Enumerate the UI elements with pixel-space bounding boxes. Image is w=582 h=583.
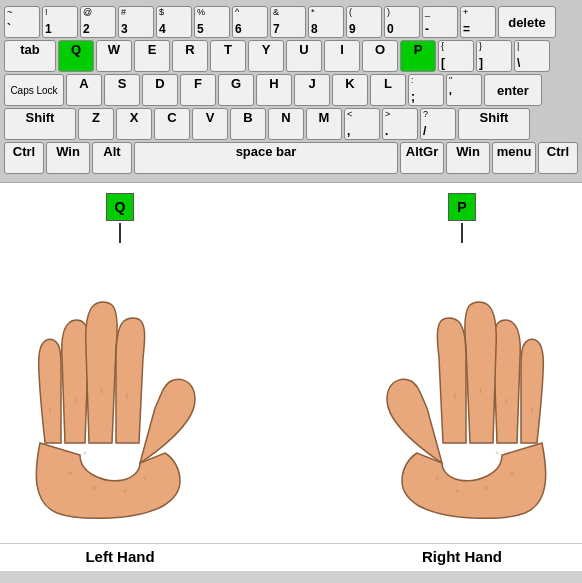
key-Win-4-5[interactable]: Win <box>446 142 490 174</box>
key-G-2-5[interactable]: G <box>218 74 254 106</box>
right-hand-svg <box>357 243 567 523</box>
keyboard-section: ~`!1@2#3$4%5^6&7*8(9)0_-+=deletetabQWERT… <box>0 0 582 183</box>
key-Q-1-1[interactable]: Q <box>58 40 94 72</box>
key-_-2-11[interactable]: "' <box>446 74 482 106</box>
key-B-3-5[interactable]: B <box>230 108 266 140</box>
key-O-1-9[interactable]: O <box>362 40 398 72</box>
key-_0-0-10[interactable]: )0 <box>384 6 420 38</box>
svg-point-13 <box>510 471 514 475</box>
key-_-1-13[interactable]: |\ <box>514 40 550 72</box>
key-space_bar-4-3[interactable]: space bar <box>134 142 398 174</box>
svg-point-4 <box>68 471 72 475</box>
svg-point-15 <box>456 490 459 493</box>
key-V-3-4[interactable]: V <box>192 108 228 140</box>
key-Ctrl-4-7[interactable]: Ctrl <box>538 142 578 174</box>
right-key-indicator: P <box>448 193 476 221</box>
key-K-2-8[interactable]: K <box>332 74 368 106</box>
key-Z-3-1[interactable]: Z <box>78 108 114 140</box>
key-enter-2-12[interactable]: enter <box>484 74 542 106</box>
key-P-1-10[interactable]: P <box>400 40 436 72</box>
left-hand-label: Left Hand <box>10 548 230 565</box>
key-_2-0-2[interactable]: @2 <box>80 6 116 38</box>
key-R-1-4[interactable]: R <box>172 40 208 72</box>
key-_-2-10[interactable]: :; <box>408 74 444 106</box>
hand-labels-row: Left Hand Right Hand <box>0 543 582 571</box>
key-I-1-8[interactable]: I <box>324 40 360 72</box>
svg-point-6 <box>124 490 127 493</box>
key-Caps_Lock-2-0[interactable]: Caps Lock <box>4 74 64 106</box>
left-key-indicator: Q <box>106 193 134 221</box>
right-key-line <box>461 223 463 243</box>
key-Ctrl-4-0[interactable]: Ctrl <box>4 142 44 174</box>
key-M-3-7[interactable]: M <box>306 108 342 140</box>
key-C-3-3[interactable]: C <box>154 108 190 140</box>
right-hand-label: Right Hand <box>352 548 572 565</box>
key-_-1-11[interactable]: {[ <box>438 40 474 72</box>
key-Alt-4-2[interactable]: Alt <box>92 142 132 174</box>
key-_-3-9[interactable]: >. <box>382 108 418 140</box>
key-W-1-2[interactable]: W <box>96 40 132 72</box>
key-__-0-11[interactable]: _- <box>422 6 458 38</box>
left-hand-container: Q <box>10 193 230 523</box>
key-Shift-3-11[interactable]: Shift <box>458 108 530 140</box>
key-X-3-2[interactable]: X <box>116 108 152 140</box>
key-_5-0-5[interactable]: %5 <box>194 6 230 38</box>
svg-point-17 <box>496 452 499 455</box>
key-_1-0-1[interactable]: !1 <box>42 6 78 38</box>
key-_-0-0[interactable]: ~` <box>4 6 40 38</box>
key-_9-0-9[interactable]: (9 <box>346 6 382 38</box>
key-menu-4-6[interactable]: menu <box>492 142 536 174</box>
key-D-2-3[interactable]: D <box>142 74 178 106</box>
svg-point-16 <box>436 477 439 480</box>
key-Win-4-1[interactable]: Win <box>46 142 90 174</box>
key-_6-0-6[interactable]: ^6 <box>232 6 268 38</box>
key-S-2-2[interactable]: S <box>104 74 140 106</box>
key-U-1-7[interactable]: U <box>286 40 322 72</box>
left-key-line <box>119 223 121 243</box>
key-_8-0-8[interactable]: *8 <box>308 6 344 38</box>
key-AltGr-4-4[interactable]: AltGr <box>400 142 444 174</box>
key-Shift-3-0[interactable]: Shift <box>4 108 76 140</box>
hands-section: Q <box>0 183 582 543</box>
right-hand-container: P <box>352 193 572 523</box>
key-H-2-6[interactable]: H <box>256 74 292 106</box>
key-_-1-12[interactable]: }] <box>476 40 512 72</box>
key-_-0-12[interactable]: += <box>460 6 496 38</box>
svg-point-14 <box>485 486 489 490</box>
key-delete-0-13[interactable]: delete <box>498 6 556 38</box>
key-J-2-7[interactable]: J <box>294 74 330 106</box>
key-L-2-9[interactable]: L <box>370 74 406 106</box>
kb-row-2: Caps LockASDFGHJKL:;"'enter <box>4 74 578 106</box>
key-T-1-5[interactable]: T <box>210 40 246 72</box>
key-_3-0-3[interactable]: #3 <box>118 6 154 38</box>
key-tab-1-0[interactable]: tab <box>4 40 56 72</box>
key-E-1-3[interactable]: E <box>134 40 170 72</box>
kb-row-0: ~`!1@2#3$4%5^6&7*8(9)0_-+=delete <box>4 6 578 38</box>
key-_-3-10[interactable]: ?/ <box>420 108 456 140</box>
key-_-3-8[interactable]: <, <box>344 108 380 140</box>
key-N-3-6[interactable]: N <box>268 108 304 140</box>
kb-row-4: CtrlWinAltspace barAltGrWinmenuCtrl <box>4 142 578 174</box>
key-_7-0-7[interactable]: &7 <box>270 6 306 38</box>
svg-point-8 <box>84 452 87 455</box>
svg-point-5 <box>93 486 97 490</box>
kb-row-3: ShiftZXCVBNM<,>.?/Shift <box>4 108 578 140</box>
left-hand-svg <box>15 243 225 523</box>
key-_4-0-4[interactable]: $4 <box>156 6 192 38</box>
svg-point-7 <box>144 477 147 480</box>
key-Y-1-6[interactable]: Y <box>248 40 284 72</box>
key-F-2-4[interactable]: F <box>180 74 216 106</box>
kb-row-1: tabQWERTYUIOP{[}]|\ <box>4 40 578 72</box>
key-A-2-1[interactable]: A <box>66 74 102 106</box>
